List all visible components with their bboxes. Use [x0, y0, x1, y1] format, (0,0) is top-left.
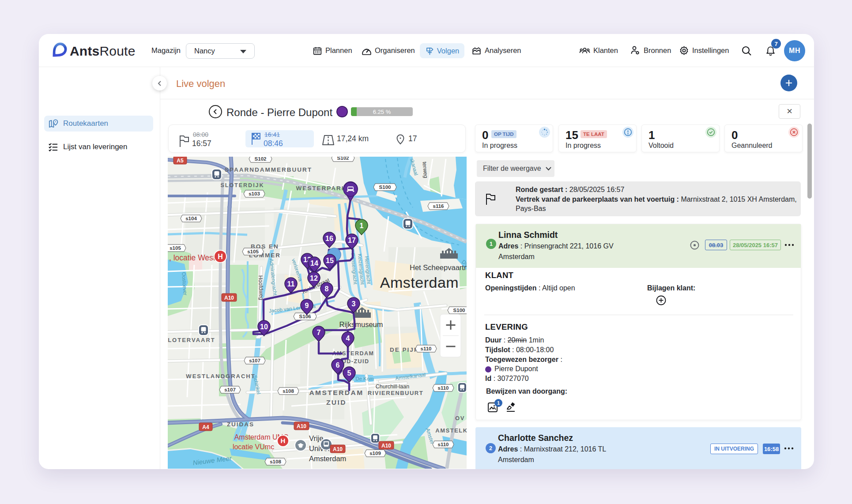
- svg-text:s108: s108: [270, 459, 281, 464]
- svg-text:A10: A10: [381, 443, 391, 449]
- svg-text:s109: s109: [369, 451, 381, 456]
- svg-text:s105: s105: [170, 245, 181, 251]
- svg-text:ZUIDAS: ZUIDAS: [227, 421, 254, 428]
- svg-text:H: H: [218, 253, 223, 260]
- svg-text:RIVIERENBUURT: RIVIERENBUURT: [368, 390, 423, 396]
- svg-text:S106: S106: [299, 314, 311, 319]
- svg-text:A10: A10: [333, 446, 343, 452]
- svg-text:De Kom: De Kom: [355, 376, 374, 381]
- svg-text:ZUID: ZUID: [326, 399, 347, 406]
- svg-text:s116: s116: [433, 203, 444, 209]
- svg-text:S102: S102: [255, 157, 267, 162]
- svg-text:AMSTERDAM: AMSTERDAM: [309, 389, 363, 396]
- svg-text:s105: s105: [247, 249, 259, 254]
- svg-text:S102: S102: [337, 157, 349, 161]
- svg-text:AMSTELK: AMSTELK: [435, 427, 467, 434]
- svg-text:11: 11: [287, 280, 295, 288]
- svg-text:15: 15: [326, 257, 334, 264]
- svg-text:s110: s110: [421, 346, 432, 351]
- svg-text:DE PIJP: DE PIJP: [390, 346, 419, 353]
- svg-text:s107: s107: [249, 358, 260, 363]
- svg-text:17: 17: [348, 237, 356, 244]
- svg-text:Het Scheepvaartm: Het Scheepvaartm: [410, 263, 467, 271]
- svg-text:12: 12: [310, 275, 318, 282]
- svg-text:s110: s110: [438, 442, 449, 447]
- svg-text:1: 1: [360, 222, 364, 229]
- svg-text:A10: A10: [297, 423, 306, 429]
- svg-text:6: 6: [336, 361, 340, 369]
- svg-text:s110: s110: [438, 385, 449, 391]
- svg-text:Churchill-laan: Churchill-laan: [376, 384, 409, 390]
- svg-text:SPAARNDAMMERBUURT: SPAARNDAMMERBUURT: [225, 166, 312, 173]
- svg-text:A10: A10: [224, 295, 234, 301]
- svg-text:LOTERVAART: LOTERVAART: [168, 337, 215, 343]
- svg-text:Hoofdweg: Hoofdweg: [257, 275, 264, 301]
- svg-text:, locatie West: , locatie West: [169, 253, 215, 262]
- svg-text:A5: A5: [177, 158, 184, 164]
- svg-text:S100: S100: [379, 184, 391, 190]
- svg-text:SLOTERDIJK: SLOTERDIJK: [220, 182, 264, 188]
- svg-text:14: 14: [310, 260, 318, 267]
- svg-text:10: 10: [260, 323, 268, 331]
- svg-text:7: 7: [317, 329, 321, 336]
- svg-text:s108: s108: [283, 388, 294, 394]
- svg-text:Amsterdam: Amsterdam: [309, 455, 346, 463]
- svg-text:s103: s103: [249, 191, 260, 196]
- svg-text:s107: s107: [224, 387, 236, 392]
- svg-text:9: 9: [305, 302, 309, 309]
- svg-text:5: 5: [347, 369, 351, 377]
- svg-text:OV: OV: [455, 415, 465, 421]
- svg-text:WESTERPARK: WESTERPARK: [296, 185, 347, 192]
- svg-text:S100: S100: [453, 308, 465, 313]
- svg-text:s104: s104: [185, 216, 197, 221]
- svg-text:Rijksmuseum: Rijksmuseum: [339, 320, 383, 328]
- svg-text:H: H: [281, 437, 286, 444]
- svg-text:4: 4: [346, 335, 350, 342]
- svg-text:WESTLANDGRACHT: WESTLANDGRACHT: [186, 373, 255, 380]
- svg-text:16: 16: [325, 235, 333, 242]
- svg-text:3: 3: [352, 300, 356, 308]
- svg-text:Amsterdam: Amsterdam: [380, 274, 459, 291]
- svg-text:locatie VUmc: locatie VUmc: [233, 443, 274, 451]
- svg-text:8: 8: [325, 285, 329, 293]
- svg-text:A4: A4: [202, 424, 209, 430]
